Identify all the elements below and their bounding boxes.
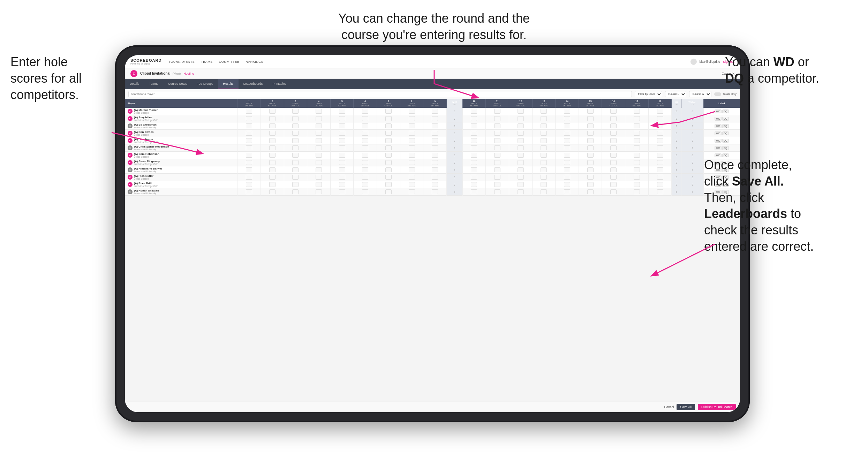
score-input[interactable]	[292, 109, 299, 114]
hole-16-input-row-1[interactable]	[602, 115, 625, 122]
hole-11-input-row-8[interactable]	[486, 166, 509, 174]
hole-13-input-row-1[interactable]	[532, 115, 556, 122]
hole-13-input-row-11[interactable]	[532, 188, 556, 196]
hole-11-input-row-5[interactable]	[486, 144, 509, 152]
score-input[interactable]	[564, 138, 570, 143]
score-input[interactable]	[432, 138, 438, 143]
score-input[interactable]	[587, 167, 594, 172]
score-input[interactable]	[564, 160, 570, 165]
hole-16-input-row-6[interactable]	[602, 152, 625, 159]
hole-5-input-row-11[interactable]	[330, 188, 354, 196]
hole-2-input-row-6[interactable]	[261, 152, 284, 159]
score-input[interactable]	[564, 167, 570, 172]
score-input[interactable]	[541, 138, 547, 143]
score-input[interactable]	[432, 116, 438, 121]
hole-2-input-row-10[interactable]	[261, 181, 284, 188]
hole-16-input-row-7[interactable]	[602, 159, 625, 166]
score-input[interactable]	[339, 109, 345, 114]
publish-button[interactable]: Publish Round Scores	[698, 404, 736, 410]
hole-3-input-row-8[interactable]	[284, 166, 307, 174]
hole-15-input-row-8[interactable]	[579, 166, 602, 174]
hole-17-input-row-3[interactable]	[625, 130, 649, 137]
hole-15-input-row-4[interactable]	[579, 137, 602, 144]
score-input[interactable]	[564, 116, 570, 121]
score-input[interactable]	[518, 160, 524, 165]
hole-12-input-row-3[interactable]	[509, 130, 532, 137]
score-input[interactable]	[432, 182, 438, 187]
score-input[interactable]	[587, 116, 594, 121]
hole-9-input-row-6[interactable]	[423, 152, 447, 159]
score-input[interactable]	[657, 175, 663, 180]
hole-6-input-row-6[interactable]	[354, 152, 377, 159]
hole-3-input-row-3[interactable]	[284, 130, 307, 137]
score-input[interactable]	[269, 116, 276, 121]
hole-15-input-row-0[interactable]	[579, 108, 602, 115]
score-input[interactable]	[494, 182, 500, 187]
hole-9-input-row-0[interactable]	[423, 108, 447, 115]
hole-17-input-row-6[interactable]	[625, 152, 649, 159]
score-input[interactable]	[657, 123, 663, 128]
score-input[interactable]	[246, 109, 252, 114]
score-input[interactable]	[610, 182, 617, 187]
wd-button[interactable]: WD	[715, 117, 722, 121]
hole-6-input-row-2[interactable]	[354, 122, 377, 130]
score-input[interactable]	[587, 109, 594, 114]
hole-12-input-row-4[interactable]	[509, 137, 532, 144]
score-input[interactable]	[409, 160, 415, 165]
hole-1-input-row-10[interactable]	[237, 181, 261, 188]
score-input[interactable]	[587, 182, 594, 187]
score-input[interactable]	[316, 175, 322, 180]
hole-6-input-row-0[interactable]	[354, 108, 377, 115]
hole-13-input-row-4[interactable]	[532, 137, 556, 144]
hole-7-input-row-11[interactable]	[377, 188, 400, 196]
score-input[interactable]	[518, 131, 524, 136]
hole-16-input-row-11[interactable]	[602, 188, 625, 196]
score-input[interactable]	[657, 153, 663, 158]
hole-13-input-row-8[interactable]	[532, 166, 556, 174]
hole-10-input-row-4[interactable]	[462, 137, 486, 144]
dq-button[interactable]: DQ	[722, 146, 729, 150]
hole-15-input-row-5[interactable]	[579, 144, 602, 152]
hole-4-input-row-7[interactable]	[307, 159, 331, 166]
score-input[interactable]	[292, 123, 299, 128]
score-input[interactable]	[471, 145, 477, 150]
hole-3-input-row-4[interactable]	[284, 137, 307, 144]
score-input[interactable]	[339, 160, 345, 165]
hole-6-input-row-4[interactable]	[354, 137, 377, 144]
score-input[interactable]	[494, 109, 500, 114]
score-input[interactable]	[362, 160, 368, 165]
hole-5-input-row-1[interactable]	[330, 115, 354, 122]
hole-3-input-row-2[interactable]	[284, 122, 307, 130]
hole-6-input-row-1[interactable]	[354, 115, 377, 122]
score-input[interactable]	[362, 138, 368, 143]
hole-16-input-row-0[interactable]	[602, 108, 625, 115]
hole-7-input-row-10[interactable]	[377, 181, 400, 188]
score-input[interactable]	[471, 153, 477, 158]
score-input[interactable]	[657, 182, 663, 187]
score-input[interactable]	[362, 175, 368, 180]
score-input[interactable]	[385, 175, 392, 180]
hole-14-input-row-3[interactable]	[556, 130, 579, 137]
hole-8-input-row-1[interactable]	[400, 115, 423, 122]
tab-teams[interactable]: Teams	[144, 79, 164, 89]
hole-1-input-row-8[interactable]	[237, 166, 261, 174]
cancel-button[interactable]: Cancel	[664, 405, 674, 409]
hole-1-input-row-1[interactable]	[237, 115, 261, 122]
hole-10-input-row-5[interactable]	[462, 144, 486, 152]
hole-11-input-row-3[interactable]	[486, 130, 509, 137]
score-input[interactable]	[518, 182, 524, 187]
score-input[interactable]	[409, 167, 415, 172]
score-input[interactable]	[518, 123, 524, 128]
score-input[interactable]	[362, 182, 368, 187]
hole-8-input-row-2[interactable]	[400, 122, 423, 130]
score-input[interactable]	[471, 167, 477, 172]
hole-14-input-row-9[interactable]	[556, 174, 579, 181]
score-input[interactable]	[610, 175, 617, 180]
hole-15-input-row-3[interactable]	[579, 130, 602, 137]
hole-13-input-row-3[interactable]	[532, 130, 556, 137]
dq-button[interactable]: DQ	[722, 117, 729, 121]
score-input[interactable]	[471, 131, 477, 136]
hole-11-input-row-0[interactable]	[486, 108, 509, 115]
tab-tee-groups[interactable]: Tee Groups	[192, 79, 218, 89]
hole-3-input-row-0[interactable]	[284, 108, 307, 115]
